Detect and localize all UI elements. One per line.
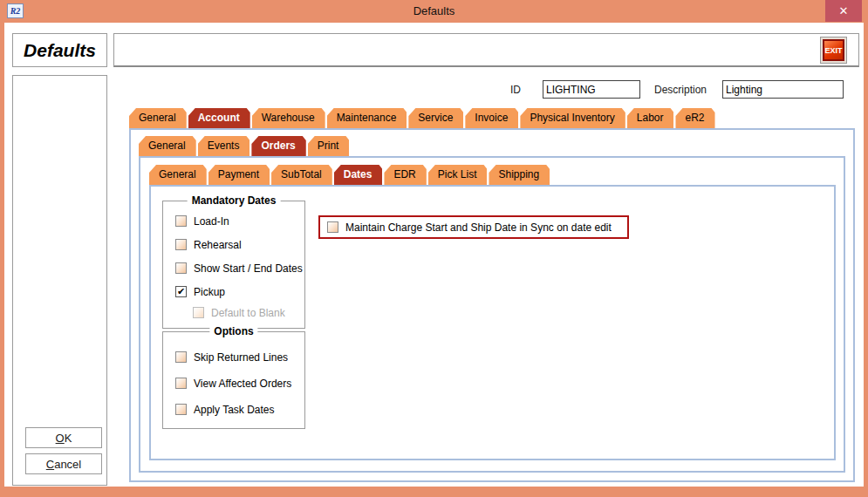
tab-dates[interactable]: Dates [334, 165, 383, 185]
ok-button[interactable]: OK [25, 427, 102, 448]
tab-physical-inventory[interactable]: Physical Inventory [520, 108, 625, 128]
header-bar: EXIT [113, 33, 859, 67]
tab-general[interactable]: General [129, 108, 187, 128]
group-title: Options [209, 325, 257, 337]
tab-subtotal[interactable]: SubTotal [271, 165, 332, 185]
tab-service[interactable]: Service [408, 108, 463, 128]
options-checklist: Skip Returned LinesView Affected OrdersA… [163, 350, 304, 417]
options-group: Options Skip Returned LinesView Affected… [162, 331, 305, 429]
checkbox-label: Apply Task Dates [194, 404, 275, 416]
checkbox-row: Default to Blank [193, 305, 304, 320]
checkbox-label: View Affected Orders [194, 378, 291, 390]
dates-tab-content: Mandatory Dates Load-InRehearsalShow Sta… [149, 185, 836, 460]
cancel-button[interactable]: Cancel [25, 453, 102, 474]
checkbox-label: Pickup [194, 286, 225, 298]
checkbox-row: Show Start / End Dates [175, 261, 304, 276]
description-input[interactable] [722, 80, 844, 99]
checkbox-row: ✔Pickup [175, 284, 304, 299]
tabrow-level3: GeneralPaymentSubTotalDatesEDRPick ListS… [149, 164, 551, 185]
sidebar-panel: OK Cancel [12, 75, 107, 486]
tab-shipping[interactable]: Shipping [489, 165, 550, 185]
tab-labor[interactable]: Labor [627, 108, 674, 128]
window-title: Defaults [0, 4, 868, 17]
tab-pick-list[interactable]: Pick List [428, 165, 488, 185]
checked-checkbox[interactable]: ✔ [175, 286, 187, 297]
tab-payment[interactable]: Payment [208, 165, 270, 185]
unchecked-checkbox[interactable] [175, 378, 187, 389]
close-button[interactable]: ✕ [825, 0, 862, 22]
exit-icon: EXIT [823, 39, 844, 61]
checkbox-row: Skip Returned Lines [175, 350, 304, 364]
unchecked-checkbox[interactable] [175, 351, 187, 363]
titlebar: R2 Defaults ✕ [0, 0, 868, 23]
checkbox-row: Load-In [175, 214, 304, 228]
defaults-window: R2 Defaults ✕ Defaults OK Cancel EXIT ID… [0, 0, 868, 497]
tab-er2[interactable]: eR2 [675, 108, 714, 128]
mandatory-dates-group: Mandatory Dates Load-InRehearsalShow Sta… [162, 201, 305, 329]
exit-button[interactable]: EXIT [820, 37, 847, 64]
tabrow-level2: GeneralEventsOrdersPrint [139, 135, 351, 156]
unchecked-checkbox[interactable] [175, 215, 187, 227]
orders-tab-panel: GeneralPaymentSubTotalDatesEDRPick ListS… [139, 156, 845, 473]
group-title: Mandatory Dates [188, 194, 281, 207]
unchecked-checkbox [193, 307, 204, 318]
tab-maintenance[interactable]: Maintenance [327, 108, 407, 128]
unchecked-checkbox[interactable] [327, 221, 338, 233]
unchecked-checkbox[interactable] [175, 404, 187, 415]
id-label: ID [510, 84, 521, 96]
highlighted-sync-option: Maintain Charge Start and Ship Date in S… [318, 215, 629, 239]
checkbox-row: Apply Task Dates [175, 402, 304, 417]
window-content: Defaults OK Cancel EXIT ID Description G… [4, 23, 864, 487]
id-input[interactable] [543, 80, 640, 99]
checkbox-label: Maintain Charge Start and Ship Date in S… [345, 221, 612, 234]
tab-events[interactable]: Events [198, 136, 250, 156]
checkbox-label: Default to Blank [211, 307, 285, 319]
checkbox-label: Rehearsal [194, 239, 242, 251]
checkbox-label: Load-In [194, 215, 229, 228]
account-tab-panel: GeneralEventsOrdersPrint GeneralPaymentS… [129, 128, 855, 482]
unchecked-checkbox[interactable] [175, 262, 187, 274]
tab-invoice[interactable]: Invoice [465, 108, 518, 128]
close-icon: ✕ [839, 4, 849, 17]
checkbox-row: View Affected Orders [175, 376, 304, 391]
checkbox-row: Rehearsal [175, 237, 304, 252]
checkbox-label: Show Start / End Dates [194, 262, 303, 275]
mandatory-dates-checklist: Load-InRehearsalShow Start / End Dates✔P… [163, 214, 304, 320]
tabrow-level1: GeneralAccountWarehouseMaintenanceServic… [129, 107, 717, 128]
tab-print[interactable]: Print [308, 136, 350, 156]
checkbox-label: Skip Returned Lines [194, 351, 288, 364]
tab-general[interactable]: General [149, 165, 207, 185]
page-title: Defaults [12, 33, 107, 67]
tab-general[interactable]: General [139, 136, 196, 156]
tab-orders[interactable]: Orders [251, 136, 305, 156]
tab-account[interactable]: Account [188, 108, 250, 128]
tab-warehouse[interactable]: Warehouse [252, 108, 325, 128]
unchecked-checkbox[interactable] [175, 239, 187, 250]
tab-edr[interactable]: EDR [384, 165, 426, 185]
description-label: Description [654, 84, 707, 96]
